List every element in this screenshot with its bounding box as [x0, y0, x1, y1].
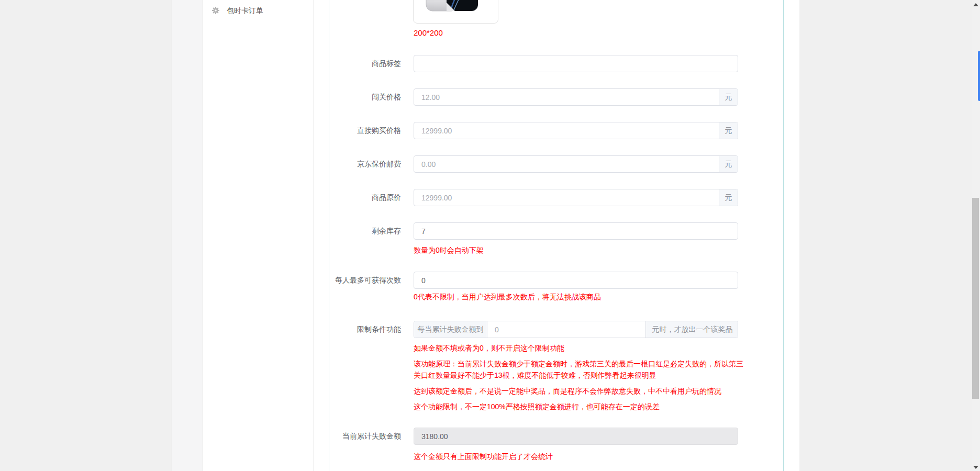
- product-image-frame[interactable]: [413, 0, 498, 24]
- field-label-challenge-price: 闯关价格: [314, 88, 407, 106]
- sidebar-item-label: 包时卡订单: [227, 0, 263, 21]
- sidebar: 包时卡订单: [203, 0, 314, 471]
- direct-buy-price-input[interactable]: [414, 122, 719, 139]
- gear-icon: [212, 7, 219, 14]
- max-times-input[interactable]: [414, 272, 738, 288]
- restriction-suffix-addon: 元时，才放出一个该奖品: [645, 321, 738, 338]
- max-times-input-wrap: [414, 272, 738, 289]
- collapsed-rail: [172, 0, 203, 471]
- challenge-price-input[interactable]: [414, 89, 719, 105]
- yuan-unit-addon: 元: [719, 89, 738, 105]
- original-price-input[interactable]: [414, 189, 719, 206]
- field-label-restriction-function: 限制条件功能: [314, 321, 407, 338]
- direct-buy-price-input-wrap: 元: [414, 122, 738, 139]
- yuan-unit-addon: 元: [719, 122, 738, 139]
- product-tag-input-wrap: [414, 55, 738, 72]
- scrollbar-thumb[interactable]: [972, 198, 979, 399]
- jd-postage-input-wrap: 元: [414, 155, 738, 173]
- remaining-stock-input-wrap: [414, 222, 738, 240]
- restriction-prefix-addon: 每当累计失败金额到: [414, 321, 487, 338]
- restriction-hints: 如果金额不填或者为0，则不开启这个限制功能 该功能原理：当前累计失败金额少于额定…: [414, 342, 743, 417]
- remaining-stock-input[interactable]: [414, 223, 738, 239]
- max-times-hint: 0代表不限制，当用户达到最多次数后，将无法挑战该商品: [414, 291, 743, 302]
- yuan-unit-addon: 元: [719, 189, 738, 206]
- restriction-hint-line: 这个功能限制，不一定100%严格按照额定金额进行，也可能存在一定的误差: [414, 401, 743, 412]
- scroll-down-icon[interactable]: [973, 466, 978, 469]
- scroll-up-icon[interactable]: [973, 3, 978, 6]
- current-fail-amount-hint: 这个金额只有上面限制功能开启了才会统计: [414, 451, 743, 462]
- current-fail-amount-input: [414, 428, 738, 444]
- field-label-product-tag: 商品标签: [314, 55, 407, 72]
- jd-postage-input[interactable]: [414, 156, 719, 172]
- sidebar-item-package-card-orders[interactable]: 包时卡订单: [203, 0, 314, 21]
- restriction-hint-line: 达到该额定金额后，不是说一定能中奖品，而是程序不会作弊故意失败，中不中看用户玩的…: [414, 385, 743, 397]
- image-size-hint: 200*200: [414, 28, 443, 37]
- restriction-input-group: 每当累计失败金额到 元时，才放出一个该奖品: [414, 321, 738, 338]
- yuan-unit-addon: 元: [719, 156, 738, 172]
- field-label-current-fail-amount: 当前累计失败金额: [314, 428, 407, 445]
- panel-border-right: [783, 0, 784, 471]
- field-label-remaining-stock: 剩余库存: [314, 222, 407, 240]
- app-root: { "sidebar": { "item_label": "包时卡订单" }, …: [0, 0, 980, 471]
- restriction-hint-line: 该功能原理：当前累计失败金额少于额定金额时，游戏第三关的最后一根口红是必定失败的…: [414, 358, 743, 381]
- remaining-stock-hint: 数量为0时会自动下架: [414, 244, 743, 256]
- field-label-jd-price-protect-postage: 京东保价邮费: [314, 155, 407, 173]
- original-price-input-wrap: 元: [414, 189, 738, 206]
- current-fail-amount-input-wrap: [414, 428, 738, 445]
- field-label-direct-buy-price: 直接购买价格: [314, 122, 407, 139]
- restriction-amount-input[interactable]: [487, 321, 645, 338]
- product-photo: [426, 0, 478, 18]
- challenge-price-input-wrap: 元: [414, 88, 738, 106]
- product-tag-input[interactable]: [414, 55, 738, 72]
- field-label-original-price: 商品原价: [314, 189, 407, 206]
- field-label-max-times-per-user: 每人最多可获得次数: [314, 272, 407, 289]
- restriction-hint-line: 如果金额不填或者为0，则不开启这个限制功能: [414, 342, 743, 354]
- outer-scrollbar-thumb-blue[interactable]: [978, 51, 980, 101]
